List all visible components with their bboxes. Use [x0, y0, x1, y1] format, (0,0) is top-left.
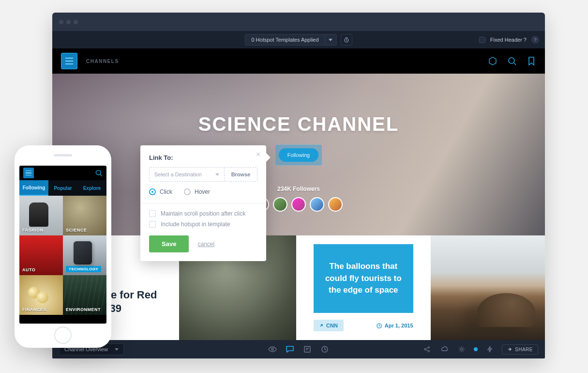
checkbox-icon [149, 221, 156, 228]
phone-home-button[interactable] [54, 326, 72, 344]
traffic-light-close[interactable] [59, 20, 63, 24]
phone-screen: Following Popular Explore FASHION SCIENC… [19, 166, 106, 324]
hamburger-menu-button[interactable] [61, 53, 77, 69]
upload-icon[interactable] [439, 344, 450, 355]
image-card-volcano[interactable] [431, 235, 545, 340]
category-science[interactable]: SCIENCE [63, 196, 106, 235]
phone-hamburger-button[interactable] [23, 168, 34, 178]
follow-button[interactable]: Following [279, 148, 318, 162]
status-dot [474, 347, 478, 351]
article-card-c[interactable]: The balloons that could fly tourists to … [306, 235, 421, 340]
svg-point-1 [509, 58, 514, 63]
cancel-button[interactable]: cancel [197, 241, 214, 248]
checkbox-include-template[interactable]: Include hotspot in template [149, 221, 257, 228]
hexagon-icon[interactable] [488, 56, 498, 66]
avatar[interactable] [291, 197, 306, 212]
svg-point-11 [96, 170, 101, 175]
app-toolbar: 0 Hotspot Templates Applied Fixed Header… [52, 31, 545, 48]
phone-nav [19, 166, 106, 180]
fixed-header-label: Fixed Header ? [490, 37, 527, 43]
tab-following[interactable]: Following [19, 180, 48, 196]
phone-mock: Following Popular Explore FASHION SCIENC… [15, 145, 111, 348]
category-fashion[interactable]: FASHION [19, 196, 63, 235]
checkbox-maintain-scroll[interactable]: Maintain scroll position after click [149, 210, 257, 217]
settings-icon[interactable] [456, 344, 467, 355]
popover-caret [266, 153, 271, 162]
tab-popular[interactable]: Popular [48, 180, 77, 196]
article-headline: The balloons that could fly tourists to … [314, 244, 413, 313]
followers-count: 234K Followers [52, 186, 545, 192]
search-icon[interactable] [95, 169, 103, 177]
history-icon[interactable] [319, 344, 330, 355]
follow-hotspot[interactable]: Following [275, 145, 322, 165]
divider [140, 203, 266, 203]
tab-explore[interactable]: Explore [77, 180, 106, 196]
category-finances[interactable]: FINANCES [19, 275, 63, 315]
follower-avatars [52, 197, 545, 212]
destination-select[interactable]: Select a Destination [150, 168, 224, 181]
arrow-right-icon [507, 347, 512, 352]
lightning-icon[interactable] [484, 344, 495, 355]
content-row: uts course for Red Planet 2039 Apr 5, 20… [52, 235, 545, 340]
close-icon[interactable]: × [256, 150, 260, 159]
chevron-down-icon [215, 173, 219, 176]
phone-category-grid: FASHION SCIENCE AUTO TECHNOLOGY FINANCES… [19, 196, 106, 324]
hero-title: SCIENCE CHANNEL [52, 74, 545, 135]
avatar[interactable] [328, 197, 343, 212]
help-icon[interactable]: ? [531, 36, 539, 44]
save-button[interactable]: Save [149, 235, 189, 252]
source-tag[interactable]: CNN [314, 320, 344, 331]
comment-mode-icon[interactable] [285, 344, 295, 355]
link-icon [319, 324, 323, 327]
timer-icon[interactable] [341, 34, 352, 46]
svg-point-9 [428, 351, 430, 352]
radio-dot-icon [149, 188, 156, 195]
chevron-down-icon[interactable] [325, 34, 336, 46]
radio-dot-icon [184, 188, 191, 195]
hotspot-templates-label: 0 Hotspot Templates Applied [245, 37, 324, 43]
channels-label: CHANNELS [86, 59, 119, 64]
browse-button[interactable]: Browse [224, 168, 257, 181]
notes-icon[interactable] [302, 344, 313, 355]
article-date: Apr 1, 2015 [377, 323, 413, 328]
traffic-light-zoom[interactable] [74, 20, 78, 24]
bottom-toolbar: Channel Overview SHARE [52, 340, 545, 358]
search-icon[interactable] [507, 56, 517, 66]
site-nav: CHANNELS [52, 48, 545, 74]
bookmark-icon[interactable] [527, 56, 536, 66]
checkbox-icon [149, 210, 156, 217]
hotspot-templates-dropdown[interactable]: 0 Hotspot Templates Applied [245, 34, 336, 46]
fixed-header-checkbox[interactable] [479, 37, 485, 43]
preview-icon[interactable] [267, 344, 278, 355]
clock-icon [377, 323, 382, 328]
category-environment[interactable]: ENVIRONMENT [63, 275, 106, 315]
phone-speaker [54, 154, 72, 156]
browser-chrome [52, 13, 545, 31]
link-to-popover: × Link To: Select a Destination Browse C… [140, 145, 266, 261]
hero: SCIENCE CHANNEL Following 234K Followers [52, 74, 545, 235]
avatar[interactable] [273, 197, 287, 212]
destination-placeholder: Select a Destination [154, 171, 202, 177]
radio-hover[interactable]: Hover [184, 188, 210, 195]
category-auto[interactable]: AUTO [19, 235, 63, 275]
phone-tabs: Following Popular Explore [19, 180, 106, 196]
radio-click[interactable]: Click [149, 188, 172, 195]
svg-point-10 [461, 348, 463, 350]
chevron-down-icon [115, 348, 119, 351]
browser-window: 0 Hotspot Templates Applied Fixed Header… [52, 13, 545, 358]
category-technology[interactable]: TECHNOLOGY [63, 235, 106, 275]
destination-row: Select a Destination Browse [149, 167, 257, 182]
share-network-icon[interactable] [422, 344, 432, 355]
avatar[interactable] [310, 197, 324, 212]
share-button[interactable]: SHARE [502, 344, 538, 355]
svg-rect-5 [304, 346, 310, 352]
svg-point-4 [271, 348, 273, 350]
svg-point-7 [424, 349, 426, 350]
svg-point-8 [428, 347, 430, 348]
popover-title: Link To: [149, 154, 257, 161]
traffic-light-minimize[interactable] [66, 20, 71, 24]
